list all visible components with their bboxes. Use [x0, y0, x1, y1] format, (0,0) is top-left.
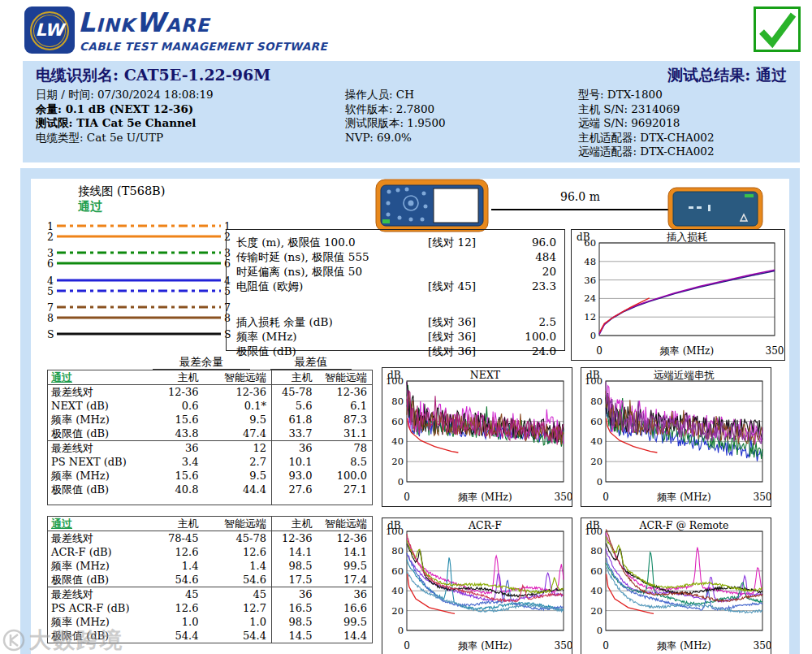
insertion-loss-chart: 01224364860dB插入损耗0频率 (MHz)350	[571, 229, 785, 361]
svg-text:40: 40	[391, 435, 404, 447]
svg-text:350: 350	[754, 492, 771, 503]
info-column-middle: 操作人员: CH软件版本: 2.7800测试限版本: 1.9500NVP: 69…	[345, 88, 446, 145]
watermark-text: 大数跨境	[29, 626, 123, 654]
cable-id-label: 电缆识别名:	[36, 66, 119, 84]
info-line: NVP: 69.0%	[345, 131, 446, 145]
svg-text:60: 60	[391, 416, 404, 427]
svg-text:350: 350	[555, 492, 572, 503]
info-line: 电缆类型: Cat 5e U/UTP	[36, 131, 214, 145]
next-chart: 020406080100dBNEXT0频率 (MHz)350	[382, 367, 572, 507]
result-label: 测试总结果:	[667, 66, 750, 84]
tester-remote-icon	[667, 187, 763, 231]
svg-text:350: 350	[555, 640, 572, 652]
watermark-logo-icon	[2, 628, 26, 652]
wiremap-diagram: 1122336644557788SS	[44, 218, 235, 344]
svg-text:dB: dB	[586, 370, 600, 381]
watermark: 大数跨境	[2, 626, 123, 654]
svg-text:20: 20	[391, 456, 404, 467]
next-results-table: 通过主机智能远端主机智能远端最差线对12-3612-3645-7812-36NE…	[47, 370, 372, 505]
table-row: 频率 (MHz)1.41.498.599.5	[48, 559, 373, 573]
svg-text:40: 40	[590, 435, 603, 447]
table-row: 极限值 (dB)54.654.617.517.4	[48, 573, 373, 587]
table-pass-status: 通过	[48, 370, 152, 385]
tester-main-icon	[375, 179, 489, 232]
svg-text:远端近端串扰: 远端近端串扰	[654, 369, 715, 381]
wire-pin-label: 5	[47, 285, 54, 297]
table-row: 极限值 (dB)43.847.433.731.1	[48, 427, 373, 441]
brand-tagline: CABLE TEST MANAGEMENT SOFTWARE	[80, 40, 327, 53]
table-row: NEXT (dB)0.60.1*5.66.1	[48, 399, 373, 413]
remote-next-chart: 020406080100dB远端近端串扰0频率 (MHz)350	[581, 367, 771, 507]
table-row: 最差线对45453636	[48, 587, 373, 602]
svg-text:12: 12	[584, 311, 596, 323]
svg-text:60: 60	[590, 565, 603, 577]
svg-text:80: 80	[590, 545, 603, 557]
logo-abbr: LW	[24, 20, 75, 40]
table-row: PS ACR-F (dB)12.612.716.516.6	[48, 601, 373, 615]
info-line: 测试限: TIA Cat 5e Channel	[36, 116, 214, 131]
svg-text:350: 350	[766, 345, 784, 357]
table-row: 最差线对78-4545-7812-3612-36	[48, 531, 373, 546]
info-line: 余量: 0.1 dB (NEXT 12-36)	[36, 102, 214, 117]
info-line: 主机适配器: DTX-CHA002	[578, 131, 714, 145]
svg-text:20: 20	[590, 605, 603, 617]
measurement-row: 电阻值 (欧姆)[线对 45]23.3	[236, 279, 556, 293]
svg-text:24: 24	[584, 292, 596, 304]
svg-text:0: 0	[590, 330, 596, 341]
table-pass-status: 通过	[48, 517, 152, 531]
svg-text:0: 0	[597, 476, 603, 487]
svg-text:0: 0	[398, 476, 404, 487]
svg-text:插入损耗: 插入损耗	[667, 231, 708, 243]
wire-pin-label: S	[47, 328, 54, 340]
svg-text:频率 (MHz): 频率 (MHz)	[457, 492, 512, 503]
svg-text:80: 80	[391, 545, 404, 557]
svg-text:dB: dB	[586, 520, 600, 531]
measurement-row: 传输时延 (ns), 极限值 555484	[236, 249, 556, 264]
svg-text:0: 0	[398, 625, 404, 636]
overall-result: 测试总结果: 通过	[667, 65, 787, 86]
info-line: 日期 / 时间: 07/30/2024 18:08:19	[36, 88, 214, 102]
svg-text:0: 0	[596, 345, 603, 357]
svg-text:0: 0	[603, 640, 609, 652]
info-line: 型号: DTX-1800	[578, 88, 714, 102]
link-length-label: 96.0 m	[491, 190, 669, 203]
svg-text:0: 0	[404, 640, 410, 652]
wiremap-pass-status: 通过	[78, 199, 102, 214]
measurement-row: 频率 (MHz)[线对 36]100.0	[236, 329, 556, 344]
acrf-chart: 020406080100dBACR-F0频率 (MHz)350	[382, 518, 572, 654]
svg-text:60: 60	[590, 416, 603, 427]
measurement-summary-box: 长度 (m), 极限值 100.0[线对 12]96.0传输时延 (ns), 极…	[226, 229, 565, 351]
svg-text:0: 0	[603, 492, 609, 503]
svg-text:NEXT: NEXT	[470, 369, 501, 381]
table-row: 极限值 (dB)40.844.427.627.1	[48, 483, 373, 496]
measurement-row: 长度 (m), 极限值 100.0[线对 12]96.0	[236, 235, 556, 249]
table-row: 最差线对12-3612-3645-7812-36	[48, 385, 373, 400]
info-column-left: 日期 / 时间: 07/30/2024 18:08:19余量: 0.1 dB (…	[36, 88, 214, 145]
measurement-row: 时延偏离 (ns), 极限值 5020	[236, 264, 556, 279]
svg-text:0: 0	[404, 492, 410, 503]
wiremap-heading: 接线图 (T568B)	[78, 184, 165, 199]
svg-text:20: 20	[590, 456, 603, 467]
svg-text:40: 40	[391, 585, 404, 596]
svg-text:0: 0	[597, 625, 603, 636]
table-row: 频率 (MHz)15.69.593.0100.0	[48, 469, 373, 483]
cable-id-title: 电缆识别名: CAT5E-1.22-96M	[36, 65, 270, 86]
svg-text:dB: dB	[387, 370, 401, 381]
table-row: ACR-F (dB)12.612.614.114.1	[48, 545, 373, 559]
svg-text:频率 (MHz): 频率 (MHz)	[656, 640, 710, 652]
cable-id-value: CAT5E-1.22-96M	[124, 66, 271, 84]
svg-text:频率 (MHz): 频率 (MHz)	[659, 345, 714, 357]
svg-text:ACR-F @ Remote: ACR-F @ Remote	[639, 519, 729, 531]
svg-text:dB: dB	[387, 520, 401, 531]
linkware-logo-icon: LW	[24, 6, 75, 54]
info-line: 远端 S/N: 9692018	[578, 116, 714, 131]
measurement-row: 插入损耗 余量 (dB)[线对 36]2.5	[236, 314, 556, 329]
report-body-frame: 接线图 (T568B) 通过 1122336644557788SS 96.0 m	[20, 168, 800, 654]
svg-text:40: 40	[590, 585, 603, 596]
svg-text:dB: dB	[577, 232, 590, 243]
svg-text:ACR-F: ACR-F	[468, 519, 502, 531]
info-column-right: 型号: DTX-1800主机 S/N: 2314069远端 S/N: 96920…	[578, 88, 714, 159]
svg-text:80: 80	[590, 396, 603, 407]
info-line: 测试限版本: 1.9500	[345, 116, 446, 131]
svg-text:350: 350	[754, 640, 771, 652]
